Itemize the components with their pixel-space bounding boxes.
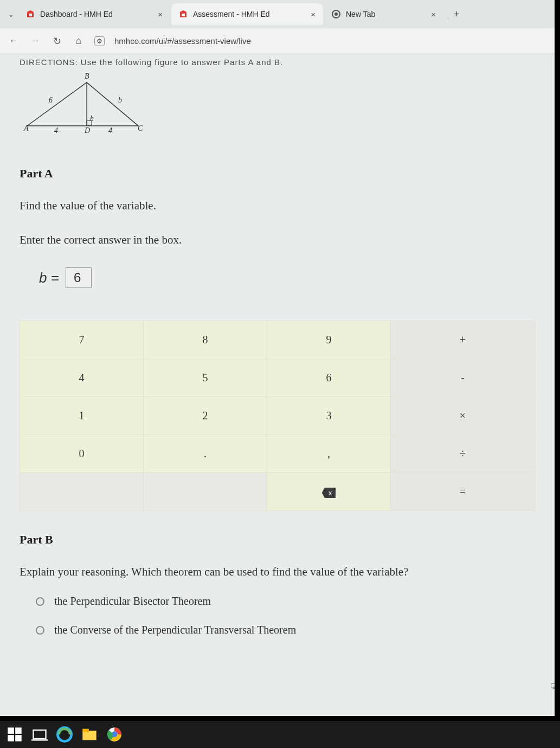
vertex-d: D (85, 126, 90, 135)
vertex-b: B (85, 72, 89, 81)
edge-button[interactable] (56, 726, 73, 743)
key-4[interactable]: 4 (20, 359, 144, 397)
tab-title: Dashboard - HMH Ed (40, 10, 113, 18)
part-a-heading: Part A (20, 167, 535, 181)
radio-icon[interactable] (36, 597, 44, 606)
key-5[interactable]: 5 (144, 359, 267, 397)
hmh-icon (179, 10, 188, 18)
cursor-hand-icon: ☟ (550, 681, 557, 694)
key-plus[interactable]: + (391, 321, 535, 359)
file-explorer-button[interactable] (81, 726, 98, 743)
close-icon[interactable]: × (431, 10, 436, 19)
newtab-icon (332, 10, 340, 18)
svg-rect-12 (82, 729, 89, 732)
radio-icon[interactable] (36, 626, 44, 635)
svg-rect-4 (8, 727, 14, 734)
height-label: h (90, 114, 94, 123)
answer-variable: b = (39, 270, 59, 286)
new-tab-button[interactable]: + (448, 9, 465, 20)
key-0[interactable]: 0 (20, 435, 144, 473)
tab-assessment[interactable]: Assessment - HMH Ed × (171, 3, 323, 25)
close-icon[interactable]: × (311, 10, 316, 19)
start-button[interactable] (7, 726, 23, 743)
option-row-1[interactable]: the Converse of the Perpendicular Transv… (36, 624, 535, 636)
tab-newtab[interactable]: New Tab × (324, 3, 443, 25)
back-button[interactable]: ← (8, 35, 20, 47)
reload-button[interactable]: ↻ (51, 35, 63, 47)
answer-input[interactable]: 6 (66, 267, 92, 288)
tab-title: Assessment - HMH Ed (193, 10, 270, 18)
part-b-prompt: Explain your reasoning. Which theorem ca… (20, 565, 535, 579)
key-blank (144, 473, 267, 511)
part-a-prompt-2: Enter the correct answer in the box. (20, 233, 535, 247)
task-view-button[interactable] (31, 726, 48, 743)
key-comma[interactable]: , (267, 435, 391, 473)
key-3[interactable]: 3 (267, 397, 391, 435)
tab-title: New Tab (346, 10, 375, 18)
side-right-label: b (118, 96, 122, 105)
site-settings-icon[interactable]: ⚙ (94, 36, 105, 46)
seg-left-label: 4 (54, 126, 58, 135)
triangle-figure: A B C D 6 b 4 4 h (22, 74, 146, 134)
part-a-prompt-1: Find the value of the variable. (20, 199, 535, 213)
forward-button[interactable]: → (29, 35, 41, 47)
svg-rect-6 (8, 735, 14, 741)
seg-right-label: 4 (108, 126, 112, 135)
close-icon[interactable]: × (158, 10, 163, 19)
keypad: 7 8 9 + 4 5 6 - 1 2 3 × 0 . , ÷ (20, 321, 535, 511)
part-b-heading: Part B (20, 533, 535, 547)
svg-rect-0 (29, 14, 32, 16)
svg-rect-7 (15, 735, 22, 741)
option-row-0[interactable]: the Perpendicular Bisector Theorem (36, 595, 535, 608)
page-content: DIRECTIONS: Use the following figure to … (0, 54, 555, 636)
key-equals[interactable]: = (391, 473, 535, 511)
tab-strip: ⌄ Dashboard - HMH Ed × Assessment - HMH … (0, 0, 555, 28)
address-bar: ← → ↻ ⌂ ⚙ hmhco.com/ui/#/assessment-view… (0, 28, 555, 54)
key-9[interactable]: 9 (267, 321, 391, 359)
tabs-menu-button[interactable]: ⌄ (3, 10, 18, 18)
hmh-icon (26, 10, 35, 18)
key-dot[interactable]: . (144, 435, 267, 473)
svg-rect-11 (82, 731, 96, 740)
directions-text: DIRECTIONS: Use the following figure to … (20, 54, 535, 74)
vertex-c: C (138, 124, 143, 133)
key-backspace[interactable]: x (267, 473, 391, 511)
taskbar (0, 721, 560, 748)
key-1[interactable]: 1 (20, 397, 144, 435)
option-label: the Converse of the Perpendicular Transv… (54, 624, 296, 636)
url-text[interactable]: hmhco.com/ui/#/assessment-view/live (114, 36, 251, 46)
svg-rect-8 (33, 730, 46, 739)
option-label: the Perpendicular Bisector Theorem (54, 595, 211, 608)
vertex-a: A (24, 124, 29, 133)
home-button[interactable]: ⌂ (73, 35, 85, 47)
key-7[interactable]: 7 (20, 321, 144, 359)
key-times[interactable]: × (391, 397, 535, 435)
key-8[interactable]: 8 (144, 321, 267, 359)
svg-rect-5 (15, 727, 22, 734)
key-blank (20, 473, 144, 511)
answer-row: b = 6 (39, 267, 535, 288)
key-minus[interactable]: - (391, 359, 535, 397)
svg-rect-1 (182, 14, 185, 16)
key-divide[interactable]: ÷ (391, 435, 535, 473)
key-2[interactable]: 2 (144, 397, 267, 435)
side-left-label: 6 (49, 96, 53, 105)
key-6[interactable]: 6 (267, 359, 391, 397)
tab-dashboard[interactable]: Dashboard - HMH Ed × (18, 3, 170, 25)
chrome-button[interactable] (106, 726, 123, 743)
